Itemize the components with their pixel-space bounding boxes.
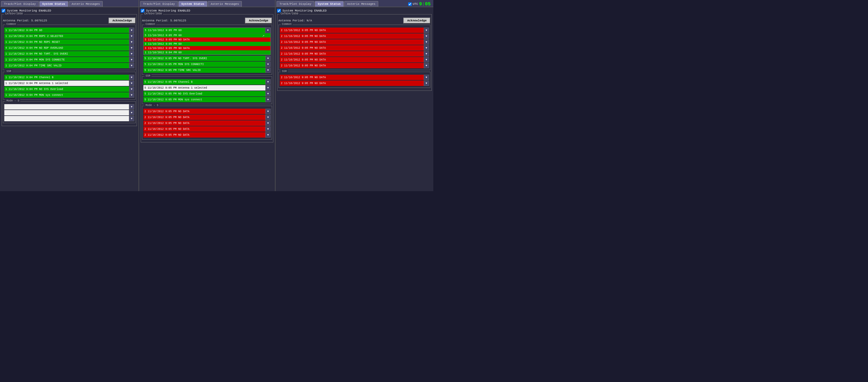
common-item-text-r2[interactable]: 2 11/16/2012 9:05 PM NO DATA xyxy=(280,39,424,45)
common-item-arrow-c0[interactable]: ▼ xyxy=(265,56,271,61)
tab-track-plot-right[interactable]: Track/Plot Display xyxy=(277,1,314,7)
mode-s-item-arrow-c4[interactable]: ▼ xyxy=(265,132,271,138)
ssr-item-arrow-1-left[interactable]: ▼ xyxy=(129,81,134,86)
ssr-item-text-c0[interactable]: 5 11/16/2012 9:05 PM Channel B xyxy=(143,79,265,85)
common-item-arrow-r5[interactable]: ▼ xyxy=(424,57,429,62)
ssr-item-text-2-left[interactable]: 1 11/16/2012 9:04 PM NO SYS Overload xyxy=(4,86,129,92)
tab-track-plot-left[interactable]: Track/Plot Display xyxy=(1,1,39,7)
ssr-item-text-c2[interactable]: 5 11/16/2012 9:05 PM NO SYS Overload xyxy=(143,91,265,96)
common-open-item-4[interactable]: 1 11/16/2012 9:04 PM GO xyxy=(144,50,271,55)
acknowledge-button-center[interactable]: Acknowledge xyxy=(245,18,272,24)
common-item-arrow-0-left[interactable]: ▼ xyxy=(129,28,134,33)
mode-s-item-text-c1[interactable]: 2 11/16/2012 9:05 PM NO DATA xyxy=(143,115,265,120)
system-monitoring-checkbox-center[interactable] xyxy=(141,9,145,12)
common-open-item-0[interactable]: 5 11/16/2012 9:05 PM GO xyxy=(144,33,271,37)
ssr-item-text-1-left[interactable]: 1 11/16/2012 9:04 PM Antenna 1 selected xyxy=(4,81,129,86)
common-item-arrow-1-left[interactable]: ▼ xyxy=(129,33,134,39)
common-item-text-r6[interactable]: 2 11/16/2012 9:05 PM NO DATA xyxy=(280,63,424,68)
common-item-arrow-4-left[interactable]: ▼ xyxy=(129,51,134,57)
common-item-text-6-left[interactable]: 1 11/16/2012 9:04 PM TIME SRC VALID xyxy=(4,63,129,68)
common-item-text-1-left[interactable]: 1 11/16/2012 9:04 PM RDPC 2 SELECTED xyxy=(4,33,129,39)
common-item-text-r1[interactable]: 2 11/16/2012 9:05 PM NO DATA xyxy=(280,33,424,39)
common-item-text-c1[interactable]: 5 11/16/2012 9:05 PM MON SYS CONNECTI xyxy=(143,62,265,67)
system-monitoring-checkbox-left[interactable] xyxy=(2,9,5,12)
ssr-item-arrow-r0[interactable]: ▼ xyxy=(424,75,429,80)
ssr-item-text-c1[interactable]: 5 11/16/2012 9:05 PM Antenna 1 selected xyxy=(143,85,265,90)
common-item-arrow-r4[interactable]: ▼ xyxy=(424,51,429,57)
common-item-text-c0[interactable]: 5 11/16/2012 9:05 PM NO TXMT. SYS OVERI xyxy=(143,56,265,61)
common-open-item-2[interactable]: 3 11/16/2012 9:05 PM GO xyxy=(144,42,271,46)
common-item-text-c2[interactable]: 5 11/16/2012 9:05 PM TIME SRC VALID xyxy=(143,67,265,73)
system-monitoring-checkbox-right[interactable] xyxy=(277,9,281,12)
tab-asterix-right[interactable]: Asterix Messages xyxy=(344,1,378,7)
common-open-arrow[interactable]: ▼ xyxy=(265,28,271,33)
mode-s-section-left: Mode - S ▼ ▼ ▼ xyxy=(3,101,135,123)
mode-s-item-arrow-c1[interactable]: ▼ xyxy=(265,115,271,120)
common-item-arrow-r2[interactable]: ▼ xyxy=(424,39,429,45)
ssr-item-arrow-c0[interactable]: ▼ xyxy=(265,79,271,85)
ssr-item-text-r0[interactable]: 2 11/16/2012 9:05 PM NO DATA xyxy=(280,75,424,80)
mode-s-item-arrow-0-left[interactable]: ▼ xyxy=(129,104,134,110)
common-item-arrow-r3[interactable]: ▼ xyxy=(424,45,429,51)
cat-header-right: Antenna Period: N/A Acknowledge xyxy=(278,18,430,24)
common-open-header-center[interactable]: 5 11/16/2012 9:05 PM GO ▼ xyxy=(144,28,271,33)
common-open-item-1[interactable]: 5 11/16/2012 9:05 PM NO DATA xyxy=(144,37,271,42)
common-item-text-4-left[interactable]: 1 11/16/2012 9:04 PM NO TXMT. SYS OVERI xyxy=(4,51,129,57)
mode-s-item-text-c4[interactable]: 2 11/16/2012 9:05 PM NO DATA xyxy=(143,132,265,138)
tab-asterix-center[interactable]: Asterix Messages xyxy=(208,1,242,7)
ssr-item-text-c3[interactable]: 5 11/16/2012 9:05 PM MON sys connect xyxy=(143,97,265,102)
ssr-item-arrow-2-left[interactable]: ▼ xyxy=(129,86,134,92)
ssr-item-arrow-c1[interactable]: ▼ xyxy=(265,85,271,90)
mode-s-item-text-c0[interactable]: 2 11/16/2012 9:05 PM NO DATA xyxy=(143,109,265,114)
left-tab-bar: Track/Plot Display System Status Asterix… xyxy=(0,0,138,7)
ssr-item-arrow-3-left[interactable]: ▼ xyxy=(129,92,134,98)
tab-system-status-center[interactable]: System Status xyxy=(178,1,207,7)
tab-track-plot-center[interactable]: Track/Plot Display xyxy=(140,1,178,7)
common-item-text-r5[interactable]: 2 11/16/2012 9:05 PM NO DATA xyxy=(280,57,424,62)
acknowledge-button-right[interactable]: Acknowledge xyxy=(403,18,430,24)
mode-s-item-text-c3[interactable]: 2 11/16/2012 9:05 PM NO DATA xyxy=(143,126,265,132)
mode-s-item-text-0-left[interactable] xyxy=(4,104,129,110)
mode-s-item-text-2-left[interactable] xyxy=(4,116,129,121)
common-item-arrow-5-left[interactable]: ▼ xyxy=(129,57,134,62)
common-item-arrow-3-left[interactable]: ▼ xyxy=(129,45,134,51)
common-item-text-r4[interactable]: 2 11/16/2012 9:05 PM NO DATA xyxy=(280,51,424,57)
common-item-arrow-c1[interactable]: ▼ xyxy=(265,62,271,67)
mode-s-item-text-c2[interactable]: 2 11/16/2012 9:05 PM NO DATA xyxy=(143,120,265,126)
common-item-arrow-r6[interactable]: ▼ xyxy=(424,63,429,68)
ssr-section-center: SSR 5 11/16/2012 9:05 PM Channel B ▼ 5 1… xyxy=(142,76,272,104)
common-item-arrow-2-left[interactable]: ▼ xyxy=(129,39,134,45)
mode-s-item-arrow-c2[interactable]: ▼ xyxy=(265,120,271,126)
ssr-item-arrow-r1[interactable]: ▼ xyxy=(424,81,429,86)
common-item-text-2-left[interactable]: 1 11/16/2012 9:04 PM NO RDPC RESET xyxy=(4,39,129,45)
tab-system-status-left[interactable]: System Status xyxy=(39,1,68,7)
common-item-arrow-6-left[interactable]: ▼ xyxy=(129,63,134,68)
common-item-text-r0[interactable]: 2 11/16/2012 9:05 PM NO DATA xyxy=(280,28,424,33)
common-item-text-5-left[interactable]: 1 11/16/2012 9:04 PM MON SYS CONNECTE xyxy=(4,57,129,62)
mode-s-item-arrow-c0[interactable]: ▼ xyxy=(265,109,271,114)
mode-s-item-arrow-1-left[interactable]: ▼ xyxy=(129,110,134,115)
mode-s-item-c3: 2 11/16/2012 9:05 PM NO DATA ▼ xyxy=(143,126,271,132)
ssr-item-arrow-c2[interactable]: ▼ xyxy=(265,91,271,96)
mode-s-item-text-1-left[interactable] xyxy=(4,110,129,115)
common-item-text-3-left[interactable]: 4 11/16/2012 9:04 PM NO RDP OVERLOAD xyxy=(4,45,129,51)
common-item-text-0-left[interactable]: 1 11/16/2012 9:04 PM GO xyxy=(4,28,129,33)
ssr-item-text-r1[interactable]: 2 11/16/2012 9:05 PM NO DATA xyxy=(280,81,424,86)
mode-s-item-arrow-c3[interactable]: ▼ xyxy=(265,126,271,132)
common-item-text-r3[interactable]: 2 11/16/2012 9:05 PM NO DATA xyxy=(280,45,424,51)
acknowledge-button-left[interactable]: Acknowledge xyxy=(108,18,135,24)
common-item-arrow-r0[interactable]: ▼ xyxy=(424,28,429,33)
mode-s-item-arrow-2-left[interactable]: ▼ xyxy=(129,116,134,121)
ssr-item-arrow-c3[interactable]: ▼ xyxy=(265,97,271,102)
utc-checkbox[interactable] xyxy=(408,2,412,6)
tab-asterix-left[interactable]: Asterix Messages xyxy=(69,1,103,7)
common-item-arrow-c2[interactable]: ▼ xyxy=(265,67,271,73)
tab-system-status-right[interactable]: System Status xyxy=(315,1,344,7)
ssr-item-text-3-left[interactable]: 1 11/16/2012 9:04 PM MON sys connect xyxy=(4,92,129,98)
ssr-item-text-0-left[interactable]: 1 11/16/2012 9:04 PM Channel B xyxy=(4,75,129,80)
common-item-arrow-r1[interactable]: ▼ xyxy=(424,33,429,39)
common-open-item-3[interactable]: 3 11/16/2012 9:05 PM NO DATA xyxy=(144,46,271,50)
common-section-center: Common 5 11/16/2012 9:05 PM GO ▼ 5 11/16… xyxy=(142,25,272,75)
mode-s-item-c4: 2 11/16/2012 9:05 PM NO DATA ▼ xyxy=(143,132,271,138)
ssr-item-arrow-0-left[interactable]: ▼ xyxy=(129,75,134,80)
